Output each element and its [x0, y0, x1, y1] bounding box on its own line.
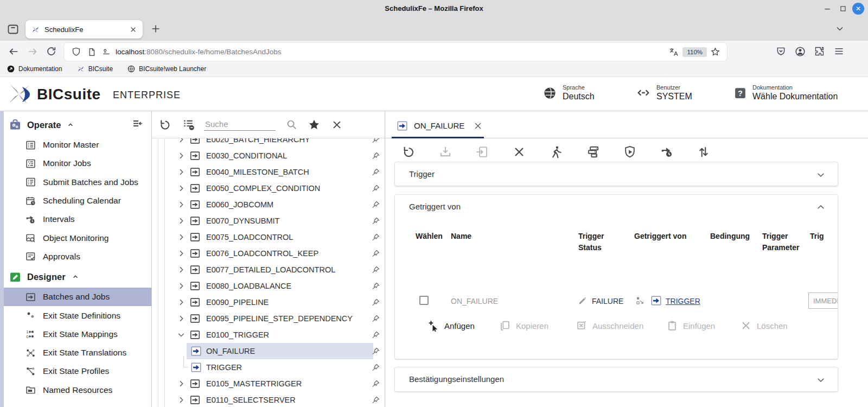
expand-chevron-icon[interactable]	[177, 282, 186, 290]
tree-item-e0050_complex_condition[interactable]: E0050_COMPLEX_CONDITION	[152, 180, 385, 196]
expand-chevron-icon[interactable]	[177, 217, 186, 225]
pin-icon[interactable]	[371, 314, 380, 323]
close-toolbar-button[interactable]	[512, 145, 526, 159]
sidebar-item-exit-state-mappings[interactable]: 10Exit State Mappings	[0, 325, 151, 344]
search-icon[interactable]	[285, 118, 298, 131]
submit-stack-toolbar-button[interactable]	[586, 145, 600, 159]
loeschen-button[interactable]: Löschen	[740, 320, 788, 332]
bookmark-star-icon[interactable]	[710, 47, 720, 57]
tree-item-e0075_loadcontrol[interactable]: E0075_LOADCONTROL	[152, 229, 385, 245]
window-minimize-button[interactable]	[821, 3, 833, 15]
tree-item-e0070_dynsubmit[interactable]: E0070_DYNSUBMIT	[152, 213, 385, 229]
expand-chevron-icon[interactable]	[177, 184, 186, 193]
pin-icon[interactable]	[371, 396, 380, 405]
refresh-undo-icon[interactable]	[158, 118, 171, 131]
anfuegen-button[interactable]: Anfügen	[427, 320, 475, 332]
back-button[interactable]	[8, 46, 20, 58]
documentation-selector[interactable]: ? Dokumentation Wähle Dokumentation	[733, 84, 838, 101]
confirm-settings-section[interactable]: Bestätigungseinstellungen	[394, 367, 838, 392]
bookmark-item[interactable]: BICsuite	[76, 65, 113, 73]
bookmark-item[interactable]: Dokumentation	[7, 65, 62, 73]
tree-item-e0100_trigger[interactable]: E0100_TRIGGER	[152, 327, 385, 343]
account-button[interactable]	[794, 46, 806, 58]
sidebar-scrollbar[interactable]	[0, 111, 4, 407]
sidebar-item-scheduling-calendar[interactable]: Scheduling Calendar	[0, 192, 151, 210]
pin-icon[interactable]	[371, 363, 380, 372]
window-maximize-button[interactable]	[837, 3, 849, 15]
extensions-button[interactable]	[814, 46, 825, 57]
pin-icon[interactable]	[371, 249, 380, 258]
favorites-star-icon[interactable]	[308, 118, 321, 131]
row-select-checkbox[interactable]	[419, 296, 429, 305]
collapse-list-icon[interactable]	[182, 118, 195, 131]
pin-icon[interactable]	[371, 233, 380, 242]
pin-icon[interactable]	[371, 379, 380, 389]
tree-item-e0110_selectserver[interactable]: E0110_SELECTSERVER	[152, 392, 385, 407]
sidebar-item-approvals[interactable]: Approvals	[0, 247, 151, 266]
tree-item-e0077_detailed_loadcontrol[interactable]: E0077_DETAILED_LOADCONTROL	[152, 262, 385, 278]
triggered-by-link[interactable]: TRIGGER	[666, 297, 700, 306]
expand-chevron-icon[interactable]	[177, 151, 186, 160]
shield-run-toolbar-button[interactable]	[623, 145, 637, 159]
expand-chevron-icon[interactable]	[177, 379, 186, 388]
kopieren-button[interactable]: Kopieren	[499, 320, 548, 332]
shield-icon[interactable]	[71, 47, 81, 57]
pocket-button[interactable]	[775, 46, 787, 57]
tree-item-e0040_milestone_batch[interactable]: E0040_MILESTONE_BATCH	[152, 164, 385, 180]
sidebar-item-monitor-jobs[interactable]: Monitor Jobs	[0, 154, 151, 173]
zoom-level-chip[interactable]: 110%	[682, 47, 707, 57]
pin-icon[interactable]	[371, 151, 380, 161]
sidebar-item-exit-state-definitions[interactable]: Exit State Definitions	[0, 306, 151, 325]
detail-tab-on-failure[interactable]: ON_FAILURE	[392, 115, 487, 137]
pin-icon[interactable]	[371, 265, 380, 275]
undo-toolbar-button[interactable]	[401, 145, 416, 159]
expand-chevron-icon[interactable]	[177, 168, 186, 176]
expand-chevron-icon[interactable]	[177, 265, 186, 274]
collapse-sidebar-icon[interactable]	[131, 118, 144, 131]
new-tab-button[interactable]	[150, 23, 162, 35]
pin-icon[interactable]	[371, 168, 380, 177]
tree-item-e0076_loadcontrol_keep[interactable]: E0076_LOADCONTROL_KEEP	[152, 245, 385, 262]
sidebar-item-object-monitoring[interactable]: Object Monitoring	[0, 228, 151, 247]
chevron-down-icon[interactable]	[816, 375, 826, 385]
expand-chevron-icon[interactable]	[177, 200, 186, 209]
sidebar-item-exit-state-profiles[interactable]: Exit State Profiles	[0, 362, 151, 380]
tree-item-e0095_pipeline_step_dependency[interactable]: E0095_PIPELINE_STEP_DEPENDENCY	[152, 310, 385, 327]
sidebar-item-batches-and-jobs[interactable]: Batches and Jobs	[0, 288, 151, 306]
expand-chevron-icon[interactable]	[177, 138, 186, 144]
time-submit-toolbar-button[interactable]	[660, 145, 674, 159]
pin-icon[interactable]	[371, 298, 380, 307]
sidebar-section-designer[interactable]: Designer	[0, 266, 151, 288]
expand-chevron-icon[interactable]	[177, 233, 186, 241]
browser-tab[interactable]: SchedulixFe	[25, 20, 143, 39]
reload-button[interactable]	[46, 46, 57, 57]
tree-item-e0090_pipeline[interactable]: E0090_PIPELINE	[152, 294, 385, 310]
url-bar[interactable]: localhost:8080/schedulix-fe/home/Batches…	[64, 43, 727, 61]
list-all-tabs-button[interactable]	[834, 23, 845, 34]
pin-icon[interactable]	[371, 200, 380, 209]
sidebar-item-named-resources[interactable]: Named Resources	[0, 381, 151, 399]
expand-chevron-icon[interactable]	[177, 249, 186, 258]
pin-icon[interactable]	[371, 330, 380, 340]
tree-item-e0105_mastertrigger[interactable]: E0105_MASTERTRIGGER	[152, 376, 385, 392]
forward-button[interactable]	[27, 46, 39, 58]
tab-close-icon[interactable]	[129, 26, 137, 34]
expand-chevron-icon[interactable]	[177, 314, 186, 323]
ausschneiden-button[interactable]: Ausschneiden	[576, 320, 643, 332]
menu-button[interactable]	[833, 46, 845, 57]
trigger-section[interactable]: Trigger	[394, 162, 838, 186]
language-selector[interactable]: Sprache Deutsch	[542, 84, 595, 101]
einfuegen-button[interactable]: Einfügen	[666, 320, 715, 332]
search-input[interactable]	[204, 118, 276, 131]
chevron-up-icon[interactable]	[816, 202, 826, 212]
page-info-icon[interactable]	[87, 47, 97, 57]
pin-icon[interactable]	[371, 138, 380, 144]
pin-icon[interactable]	[371, 282, 380, 291]
bookmark-item[interactable]: BICsuite!web Launcher	[127, 65, 206, 73]
window-close-button[interactable]: ✕	[852, 3, 864, 15]
save-exit-toolbar-button[interactable]	[475, 145, 489, 159]
sidebar-section-operate[interactable]: Operate	[0, 114, 151, 136]
firefox-view-button[interactable]	[7, 23, 20, 36]
sidebar-item-monitor-master[interactable]: Monitor Master	[0, 136, 151, 154]
user-selector[interactable]: Benutzer SYSTEM	[636, 84, 692, 101]
